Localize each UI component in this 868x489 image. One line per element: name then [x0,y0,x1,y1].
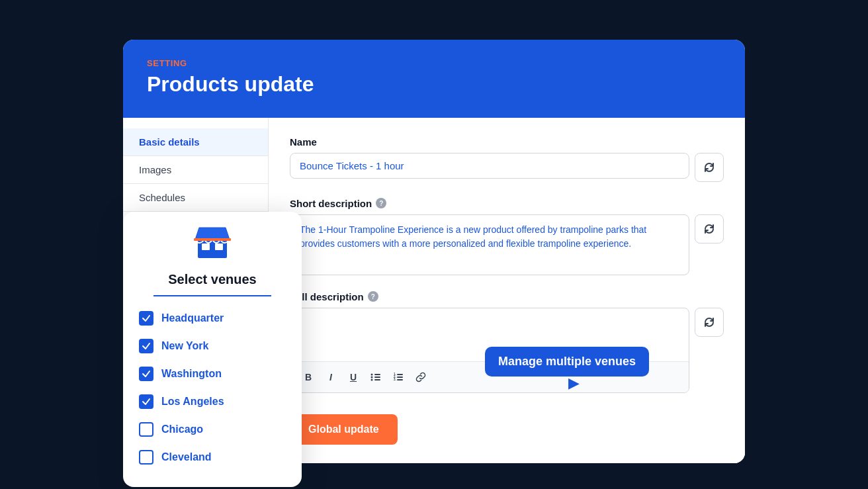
refresh-icon-2 [703,222,716,236]
venue-label-los-angeles: Los Angeles [161,396,224,408]
short-desc-input-row: The 1-Hour Trampoline Experience is a ne… [290,214,724,275]
venue-label-new-york: New York [161,340,208,352]
toolbar-italic-button[interactable]: I [321,367,341,387]
global-update-button[interactable]: Global update [290,414,398,445]
svg-rect-11 [397,374,403,375]
short-desc-textarea[interactable]: The 1-Hour Trampoline Experience is a ne… [290,214,689,275]
name-input-row [290,153,724,182]
venue-popup-title: Select venues [168,272,256,287]
venue-popup: Select venues Headquarter New York [123,212,302,487]
full-desc-content: Manage multiple venues ▶ [290,308,689,361]
full-desc-input-row: Manage multiple venues ▶ B I U [290,308,724,393]
short-desc-help-icon[interactable]: ? [376,198,386,208]
svg-rect-2 [215,244,223,250]
link-icon [415,372,426,382]
full-desc-group: Full description ? Manage multiple venue… [290,291,724,393]
page-title: Products update [147,72,721,97]
venue-item-chicago[interactable]: Chicago [136,416,288,443]
name-label: Name [290,136,724,148]
svg-rect-9 [374,379,380,380]
sidebar-item-schedules[interactable]: Schedules [123,184,268,212]
venue-label-cleveland: Cleveland [161,451,212,463]
full-desc-editor[interactable]: Manage multiple venues ▶ B I U [290,308,689,393]
full-desc-help-icon[interactable]: ? [368,291,378,302]
toolbar-link-button[interactable] [411,367,431,387]
venue-divider [153,295,271,296]
setting-label: SETTING [147,58,721,68]
svg-point-4 [371,373,373,375]
page-header: SETTING Products update [123,40,745,118]
name-input[interactable] [290,153,689,179]
sidebar-item-images[interactable]: Images [123,156,268,184]
short-desc-text: The 1-Hour Trampoline Experience is a ne… [290,215,689,275]
svg-point-6 [371,376,373,378]
checkbox-washington[interactable] [139,367,153,381]
bullet-list-icon [370,372,381,382]
full-desc-label: Full description ? [290,291,724,302]
toolbar-bullet-list-button[interactable] [366,367,386,387]
number-list-icon: 1. 2. 3. [393,372,404,382]
venue-label-headquarter: Headquarter [161,312,224,324]
checkbox-los-angeles[interactable] [139,394,153,409]
venue-list: Headquarter New York Washington [123,304,302,471]
tooltip-manage-venues: Manage multiple venues [485,347,649,377]
full-desc-refresh-button[interactable] [695,308,724,337]
cursor-icon: ▶ [568,375,580,392]
svg-rect-3 [194,238,231,241]
checkbox-new-york[interactable] [139,339,153,353]
toolbar-underline-button[interactable]: U [343,367,363,387]
svg-text:3.: 3. [394,378,396,381]
venue-item-headquarter[interactable]: Headquarter [136,304,288,332]
sidebar-item-basic-details[interactable]: Basic details [123,128,268,156]
venue-item-los-angeles[interactable]: Los Angeles [136,388,288,416]
store-icon [193,225,232,264]
svg-rect-15 [397,379,403,380]
svg-point-8 [371,378,373,380]
checkbox-cleveland[interactable] [139,450,153,465]
name-group: Name [290,136,724,182]
venue-item-washington[interactable]: Washington [136,360,288,388]
short-desc-group: Short description ? The 1-Hour Trampolin… [290,198,724,275]
svg-rect-7 [374,377,380,378]
short-desc-refresh-button[interactable] [695,214,724,244]
venue-label-chicago: Chicago [161,423,203,435]
checkbox-chicago[interactable] [139,422,153,437]
name-refresh-button[interactable] [695,153,724,182]
svg-rect-13 [397,377,403,378]
checkbox-headquarter[interactable] [139,311,153,326]
form-content: Name [269,118,745,463]
svg-rect-1 [202,244,210,250]
venue-label-washington: Washington [161,368,222,380]
venue-item-new-york[interactable]: New York [136,332,288,360]
svg-rect-5 [374,374,380,375]
short-desc-label: Short description ? [290,198,724,209]
refresh-icon-3 [703,316,716,329]
toolbar-number-list-button[interactable]: 1. 2. 3. [388,367,408,387]
venue-item-cleveland[interactable]: Cleveland [136,443,288,471]
refresh-icon [703,161,716,174]
